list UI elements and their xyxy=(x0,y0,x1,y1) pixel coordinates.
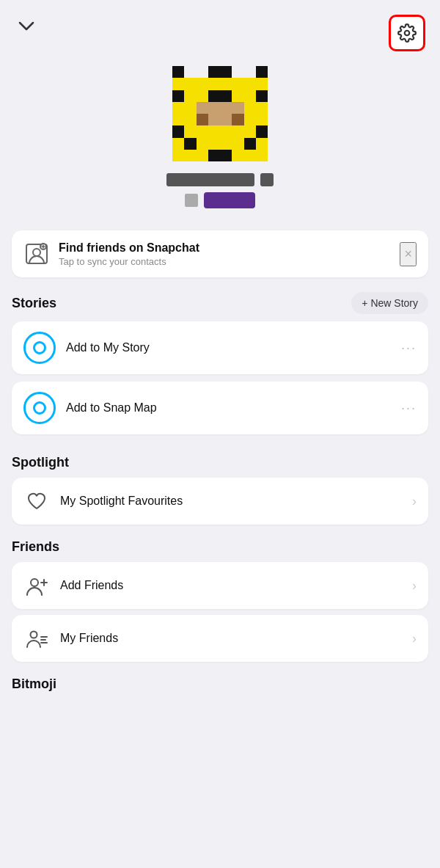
my-friends-item[interactable]: My Friends › xyxy=(12,615,428,662)
add-to-my-story-item[interactable]: Add to My Story ··· xyxy=(12,321,428,374)
add-friends-item[interactable]: Add Friends › xyxy=(12,562,428,609)
spotlight-list: My Spotlight Favourites › xyxy=(12,478,428,525)
username-row xyxy=(166,173,274,186)
friends-section-header: Friends xyxy=(0,539,440,562)
add-friends-icon xyxy=(23,572,50,599)
bitmoji-section-header: Bitmoji xyxy=(0,676,440,692)
my-story-icon xyxy=(23,332,56,364)
svg-point-1 xyxy=(33,249,40,256)
spotlight-chevron-icon: › xyxy=(412,494,417,509)
my-story-more-button[interactable]: ··· xyxy=(401,340,417,356)
heart-icon xyxy=(23,488,50,514)
sub-box-small xyxy=(185,194,198,207)
avatar xyxy=(172,66,268,161)
svg-point-8 xyxy=(31,632,37,638)
add-to-snap-map-label: Add to Snap Map xyxy=(66,401,391,415)
stories-section-title: Stories xyxy=(12,296,56,311)
settings-button[interactable] xyxy=(389,15,425,51)
gear-icon xyxy=(397,23,417,43)
avatar-section xyxy=(0,59,440,223)
new-story-label: + New Story xyxy=(362,297,418,309)
header xyxy=(0,0,440,59)
find-friends-subtitle: Tap to sync your contacts xyxy=(59,256,391,267)
snap-map-inner-ring xyxy=(33,401,46,415)
spotlight-favourites-label: My Spotlight Favourites xyxy=(60,495,402,508)
friends-section-title: Friends xyxy=(12,539,59,555)
find-friends-close-button[interactable]: × xyxy=(400,242,417,266)
stories-section-header: Stories + New Story xyxy=(0,292,440,321)
my-friends-icon xyxy=(23,625,50,652)
snap-map-more-button[interactable]: ··· xyxy=(401,401,417,416)
spotlight-section-header: Spotlight xyxy=(0,455,440,478)
page: Find friends on Snapchat Tap to sync you… xyxy=(0,0,440,868)
add-to-snap-map-item[interactable]: Add to Snap Map ··· xyxy=(12,382,428,434)
username-bar-small xyxy=(260,173,274,186)
spotlight-favourites-item[interactable]: My Spotlight Favourites › xyxy=(12,478,428,525)
add-friends-label: Add Friends xyxy=(60,579,402,592)
sub-box-purple xyxy=(204,192,255,208)
stories-list: Add to My Story ··· Add to Snap Map ··· xyxy=(12,321,428,440)
new-story-button[interactable]: + New Story xyxy=(351,292,428,314)
svg-point-5 xyxy=(31,579,38,586)
username-bar xyxy=(166,173,254,186)
my-friends-chevron-icon: › xyxy=(412,631,417,646)
my-friends-label: My Friends xyxy=(60,632,402,645)
find-friends-banner[interactable]: Find friends on Snapchat Tap to sync you… xyxy=(12,230,428,277)
spotlight-section-title: Spotlight xyxy=(12,455,69,470)
add-friends-chevron-icon: › xyxy=(412,578,417,594)
find-friends-title: Find friends on Snapchat xyxy=(59,241,391,255)
bitmoji-section-title: Bitmoji xyxy=(12,676,56,692)
find-friends-icon xyxy=(23,241,50,267)
my-story-inner-ring xyxy=(33,341,46,354)
sub-info-row xyxy=(185,192,255,208)
find-friends-text: Find friends on Snapchat Tap to sync you… xyxy=(59,241,391,267)
add-to-my-story-label: Add to My Story xyxy=(66,341,391,354)
chevron-down-button[interactable] xyxy=(15,15,38,38)
snap-map-icon xyxy=(23,392,56,424)
friends-list: Add Friends › My Friends › xyxy=(12,562,428,662)
